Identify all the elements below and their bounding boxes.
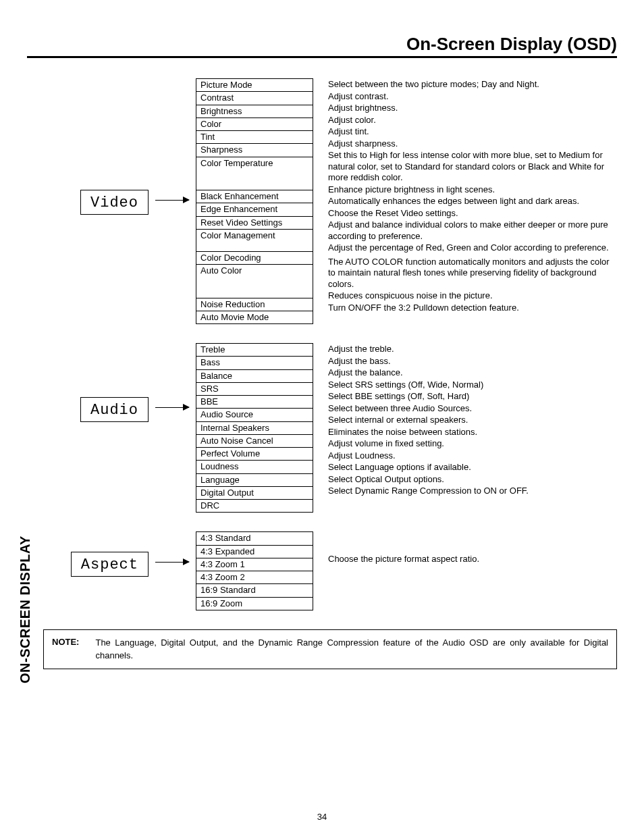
desc-text: Reduces conspicuous noise in the picture… bbox=[328, 290, 617, 302]
desc-text: Adjust brightness. bbox=[328, 102, 617, 114]
video-descriptions: Select between the two picture modes; Da… bbox=[313, 78, 617, 313]
desc-text: Automatically enhances the edges between… bbox=[328, 195, 617, 207]
menu-item: SRS bbox=[196, 383, 313, 396]
desc-text: Select between the two picture modes; Da… bbox=[328, 78, 617, 90]
desc-text: Select BBE settings (Off, Soft, Hard) bbox=[328, 390, 617, 402]
desc-text: Choose the Reset Video settings. bbox=[328, 207, 617, 219]
menu-item: Picture Mode bbox=[196, 79, 313, 92]
menu-item: 4:3 Zoom 1 bbox=[196, 558, 313, 571]
menu-item: Color Management bbox=[196, 230, 313, 252]
category-aspect: Aspect bbox=[71, 552, 149, 577]
desc-text: Adjust and balance individual colors to … bbox=[328, 219, 617, 242]
desc-text: Select Dynamic Range Compression to ON o… bbox=[328, 485, 617, 497]
menu-item: Color Temperature bbox=[196, 157, 313, 191]
desc-text: Select SRS settings (Off, Wide, Normal) bbox=[328, 379, 617, 391]
category-video: Video bbox=[80, 190, 149, 215]
category-audio: Audio bbox=[80, 397, 149, 422]
arrow-icon bbox=[155, 407, 189, 408]
desc-text: Enhance picture brightness in light scen… bbox=[328, 184, 617, 196]
desc-text: Select internal or external speakers. bbox=[328, 414, 617, 426]
menu-item: Loudness bbox=[196, 461, 313, 473]
menu-item: Digital Output bbox=[196, 487, 313, 500]
note-label: NOTE: bbox=[52, 637, 79, 662]
menu-item: Auto Noise Cancel bbox=[196, 435, 313, 448]
menu-item: Auto Movie Mode bbox=[196, 311, 313, 323]
menu-item: Treble bbox=[196, 344, 313, 357]
menu-item: Black Enhancement bbox=[196, 190, 313, 203]
menu-item: 4:3 Standard bbox=[196, 532, 313, 545]
menu-item: DRC bbox=[196, 500, 313, 512]
menu-item: Internal Speakers bbox=[196, 422, 313, 435]
arrow-icon bbox=[155, 562, 189, 563]
audio-items: TrebleBassBalanceSRSBBEAudio SourceInter… bbox=[196, 343, 313, 513]
note-box: NOTE: The Language, Digital Output, and … bbox=[43, 629, 617, 670]
section-audio: Audio TrebleBassBalanceSRSBBEAudio Sourc… bbox=[27, 343, 617, 513]
menu-item: 4:3 Expanded bbox=[196, 546, 313, 558]
desc-text: Adjust the percentage of Red, Green and … bbox=[328, 242, 617, 254]
menu-item: Color Decoding bbox=[196, 252, 313, 265]
desc-text: Adjust the balance. bbox=[328, 367, 617, 379]
menu-item: 4:3 Zoom 2 bbox=[196, 571, 313, 584]
menu-item: Reset Video Settings bbox=[196, 217, 313, 230]
desc-text: Adjust Loudness. bbox=[328, 450, 617, 462]
desc-text: Adjust sharpness. bbox=[328, 138, 617, 150]
menu-item: Auto Color bbox=[196, 265, 313, 298]
desc-text: The AUTO COLOR function automatically mo… bbox=[328, 254, 617, 290]
audio-descriptions: Adjust the treble.Adjust the bass.Adjust… bbox=[313, 343, 617, 497]
page-title: On-Screen Display (OSD) bbox=[27, 34, 617, 58]
aspect-description: Choose the picture format aspect ratio. bbox=[313, 531, 617, 565]
menu-item: 16:9 Zoom bbox=[196, 598, 313, 610]
desc-text: Select between three Audio Sources. bbox=[328, 402, 617, 415]
menu-item: Brightness bbox=[196, 105, 313, 118]
desc-text: Select Language options if available. bbox=[328, 461, 617, 473]
menu-item: Color bbox=[196, 118, 313, 131]
desc-text: Set this to High for less intense color … bbox=[328, 149, 617, 184]
desc-text: Eliminates the noise between stations. bbox=[328, 426, 617, 438]
desc-text: Adjust volume in fixed setting. bbox=[328, 438, 617, 450]
menu-item: Edge Enhancement bbox=[196, 203, 313, 216]
menu-item: Contrast bbox=[196, 92, 313, 105]
aspect-items: 4:3 Standard4:3 Expanded4:3 Zoom 14:3 Zo… bbox=[196, 531, 313, 610]
note-text: The Language, Digital Output, and the Dy… bbox=[95, 637, 608, 662]
menu-item: Perfect Volume bbox=[196, 448, 313, 461]
menu-item: Language bbox=[196, 474, 313, 487]
menu-item: Balance bbox=[196, 370, 313, 383]
menu-item: 16:9 Standard bbox=[196, 584, 313, 597]
page-number: 34 bbox=[0, 812, 644, 822]
section-aspect: Aspect 4:3 Standard4:3 Expanded4:3 Zoom … bbox=[27, 531, 617, 610]
desc-text: Adjust color. bbox=[328, 114, 617, 126]
menu-item: Sharpness bbox=[196, 144, 313, 157]
arrow-icon bbox=[155, 200, 189, 201]
menu-item: Bass bbox=[196, 357, 313, 369]
menu-item: BBE bbox=[196, 396, 313, 409]
desc-text: Adjust the treble. bbox=[328, 343, 617, 355]
desc-text: Adjust contrast. bbox=[328, 90, 617, 103]
menu-item: Tint bbox=[196, 131, 313, 144]
desc-text: Adjust the bass. bbox=[328, 355, 617, 367]
desc-text: Choose the picture format aspect ratio. bbox=[328, 553, 617, 565]
side-tab: ON-SCREEN DISPLAY bbox=[18, 536, 33, 683]
menu-item: Noise Reduction bbox=[196, 298, 313, 311]
desc-text: Select Optical Output options. bbox=[328, 473, 617, 486]
menu-item: Audio Source bbox=[196, 409, 313, 421]
video-items: Picture ModeContrastBrightnessColorTintS… bbox=[196, 78, 313, 324]
desc-text: Adjust tint. bbox=[328, 126, 617, 138]
desc-text: Turn ON/OFF the 3:2 Pulldown detection f… bbox=[328, 302, 617, 314]
section-video: Video Picture ModeContrastBrightnessColo… bbox=[27, 78, 617, 324]
